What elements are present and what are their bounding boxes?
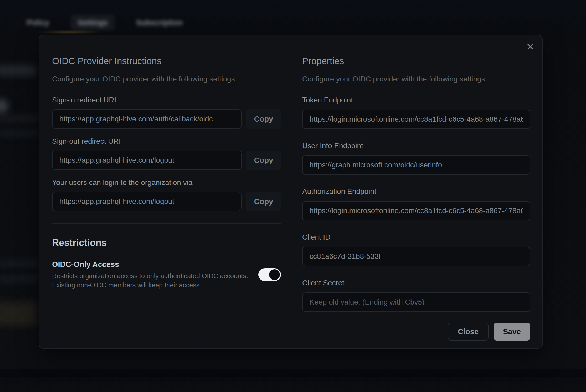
user-info-endpoint-label: User Info Endpoint [302,141,530,151]
blurred-background-text [0,129,39,137]
tab-settings[interactable]: Settings [71,15,114,31]
sign-out-redirect-uri-label: Sign-out redirect URI [52,137,281,146]
sign-in-redirect-uri-label: Sign-in redirect URI [52,95,281,105]
toggle-knob [269,269,280,280]
oidc-only-access-description: Restricts organization access to only au… [52,271,248,290]
section-divider [52,223,281,224]
authorization-endpoint-label: Authorization Endpoint [302,187,530,196]
client-secret-label: Client Secret [302,278,530,288]
oidc-only-access-toggle[interactable] [258,268,281,281]
blurred-background-text [0,65,36,76]
properties-panel: Properties Configure your OIDC provider … [302,48,530,341]
copy-button[interactable]: Copy [246,192,281,211]
panel-title: OIDC Provider Instructions [52,55,281,67]
dialog-actions: Close Save [302,323,530,341]
sign-in-redirect-uri-row: Copy [52,109,281,129]
token-endpoint-label: Token Endpoint [302,95,530,105]
background-band [0,369,586,377]
panel-subtitle: Configure your OIDC provider with the fo… [52,74,281,84]
login-via-input[interactable] [52,192,242,211]
sign-out-redirect-uri-row: Copy [52,151,281,170]
panel-title: Properties [302,55,530,67]
sign-in-redirect-uri-input[interactable] [52,109,242,129]
close-button[interactable]: Close [448,323,489,341]
user-info-endpoint-input[interactable] [302,155,530,175]
authorization-endpoint-input[interactable] [302,201,530,220]
oidc-only-access-row: OIDC-Only Access Restricts organization … [52,259,281,290]
app-background: Policy Settings Subscription ✕ OIDC Prov… [0,0,586,392]
background-tab-bar: Policy Settings Subscription [20,15,189,31]
save-button[interactable]: Save [494,323,530,341]
restrictions-heading: Restrictions [52,237,281,249]
oidc-instructions-panel: OIDC Provider Instructions Configure you… [52,48,281,290]
oidc-only-access-label: OIDC-Only Access [52,259,248,269]
blurred-background-text [0,259,39,267]
client-secret-input[interactable] [302,292,530,312]
tab-policy[interactable]: Policy [20,15,56,31]
login-via-label: Your users can login to the organization… [52,178,281,187]
oidc-only-access-text: OIDC-Only Access Restricts organization … [52,259,248,290]
login-via-row: Copy [52,192,281,211]
sign-out-redirect-uri-input[interactable] [52,151,242,170]
tab-subscription[interactable]: Subscription [129,15,189,31]
blurred-background-text [0,115,39,122]
column-divider [291,49,291,333]
client-id-label: Client ID [302,233,530,242]
oidc-settings-modal: ✕ OIDC Provider Instructions Configure y… [39,35,543,349]
copy-button[interactable]: Copy [246,109,281,129]
blurred-background-avatar [0,99,8,112]
panel-subtitle: Configure your OIDC provider with the fo… [302,74,530,84]
active-tab-indicator [36,31,102,33]
token-endpoint-input[interactable] [302,110,530,129]
blurred-background-button [0,302,37,326]
blurred-background-text [0,275,39,283]
client-id-input[interactable] [302,247,530,266]
copy-button[interactable]: Copy [246,151,281,170]
